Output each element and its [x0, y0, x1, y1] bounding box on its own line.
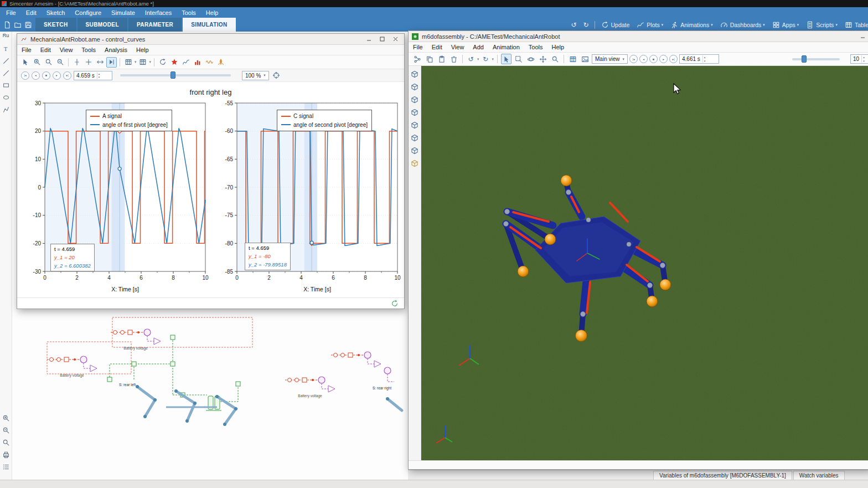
text-tool-icon[interactable]: T [1, 44, 11, 54]
anim-window-titlebar[interactable]: m6dofassembly - C:/AMETest/MechanicalAnt… [409, 31, 868, 42]
view-select[interactable]: Main view▾ [592, 54, 628, 64]
plot-menu-analysis[interactable]: Analysis [100, 47, 132, 53]
anim-menu-help[interactable]: Help [547, 44, 569, 50]
recenter-icon[interactable] [271, 70, 282, 81]
snapshot-icon[interactable] [580, 54, 590, 64]
step-back-button[interactable]: ◂ [32, 71, 40, 80]
plot-zoom-icon[interactable] [43, 57, 54, 68]
assembly-icon[interactable] [410, 146, 420, 156]
anim-zoom-icon[interactable] [550, 54, 560, 64]
cursor-line-icon[interactable] [71, 57, 82, 68]
auto-refresh-icon[interactable] [389, 298, 400, 309]
print-icon[interactable] [1, 450, 11, 460]
anim-redo-icon[interactable]: ↻ [481, 55, 490, 63]
anim-menu-animation[interactable]: Animation [488, 44, 524, 50]
redo-button[interactable]: ↻ [580, 21, 591, 29]
pan-icon[interactable] [538, 54, 548, 64]
plot-menu-help[interactable]: Help [132, 47, 153, 53]
plot-menu-edit[interactable]: Edit [36, 47, 55, 53]
table-button[interactable]: Table [841, 20, 868, 29]
time-slider[interactable] [120, 74, 231, 76]
curve-plot-icon[interactable] [180, 57, 191, 68]
spline-tool-icon[interactable] [1, 68, 11, 78]
chart-canvas[interactable]: front right leg 3020100-10-20-300246810X… [17, 82, 404, 297]
anim-select-icon[interactable] [501, 54, 512, 64]
anim-menu-edit[interactable]: Edit [427, 44, 447, 50]
anim-speed-slider[interactable] [792, 58, 840, 60]
play-button[interactable]: ▸ [53, 71, 61, 80]
plot-menu-file[interactable]: File [17, 47, 36, 53]
tab-sketch[interactable]: SKETCH [35, 18, 76, 32]
plot-zoom-in-icon[interactable] [32, 57, 42, 68]
assembly-icon[interactable] [410, 69, 420, 79]
zoom-out-icon[interactable] [1, 425, 11, 435]
fft-plot-icon[interactable] [204, 57, 214, 68]
plot-menu-tools[interactable]: Tools [77, 47, 100, 53]
animation-viewport[interactable] [421, 66, 868, 460]
plot-window-titlebar[interactable]: MechanicalAntRobot.ame - control_curves [17, 34, 404, 45]
zoom-fit-icon[interactable] [1, 438, 11, 448]
paste-icon[interactable] [436, 54, 447, 64]
menu-file[interactable]: File [1, 7, 21, 18]
menu-simulate[interactable]: Simulate [106, 7, 140, 18]
apps-button[interactable]: Apps▾ [769, 20, 802, 29]
plots-button[interactable]: Plots▾ [633, 20, 666, 29]
dashboards-button[interactable]: Dashboards▾ [717, 20, 768, 29]
rect-tool-icon[interactable] [1, 80, 11, 90]
anim-menu-add[interactable]: Add [468, 44, 488, 50]
tab-simulation[interactable]: SIMULATION [183, 18, 235, 32]
assembly-icon[interactable] [410, 95, 420, 105]
update-button[interactable]: Update [598, 20, 633, 29]
assembly-icon[interactable] [410, 120, 420, 130]
tab-submodel[interactable]: SUBMODEL [78, 18, 127, 32]
plot-zoom-out-icon[interactable] [55, 57, 65, 68]
pan-horizontal-icon[interactable] [95, 57, 105, 68]
menu-sketch[interactable]: Sketch [42, 7, 70, 18]
stop-button[interactable]: ■ [42, 71, 50, 80]
follow-cursor-icon[interactable] [106, 57, 117, 68]
anim-time-spinner[interactable]: 4.661 s▴▾ [679, 54, 719, 64]
anim-play-button[interactable]: ▸ [659, 55, 668, 63]
anim-minimize-button[interactable] [857, 32, 868, 40]
assembly-icon-active[interactable] [410, 158, 420, 168]
anim-rewind-button[interactable]: |◂ [629, 55, 638, 63]
left-chart[interactable]: 3020100-10-20-300246810X: Time [s]A sign… [19, 99, 211, 298]
line-tool-icon[interactable] [1, 56, 11, 66]
speed-spinner[interactable]: 10▴▾ [850, 54, 868, 64]
time-spinner[interactable]: 4.659 s▴▾ [74, 71, 112, 80]
watch-variables-tab[interactable]: Watch variables [793, 471, 845, 480]
copy-icon[interactable] [424, 54, 435, 64]
crosshair-icon[interactable] [83, 57, 94, 68]
menu-tools[interactable]: Tools [177, 7, 201, 18]
bar-plot-icon[interactable] [192, 57, 203, 68]
viewports-icon[interactable] [567, 54, 578, 64]
assembly-icon[interactable] [410, 133, 420, 143]
menu-help[interactable]: Help [201, 7, 224, 18]
minimize-button[interactable] [363, 35, 374, 43]
rewind-button[interactable]: |◂ [21, 71, 29, 80]
maximize-button[interactable] [376, 35, 388, 43]
zoom-select[interactable]: 100 %▾ [242, 71, 269, 80]
polyline-tool-icon[interactable] [1, 105, 11, 115]
list-icon[interactable] [1, 462, 11, 472]
scripts-button[interactable]: Scripts▾ [803, 20, 840, 29]
save-icon[interactable] [24, 20, 33, 29]
rubber-band-zoom-icon[interactable] [513, 54, 524, 64]
left-panel-tab[interactable]: Ru [3, 33, 9, 38]
plot-menu-view[interactable]: View [55, 47, 78, 53]
menu-edit[interactable]: Edit [21, 7, 42, 18]
anim-menu-file[interactable]: File [409, 44, 427, 50]
launch-icon[interactable] [215, 57, 226, 68]
open-icon[interactable] [13, 20, 22, 29]
delete-icon[interactable] [448, 54, 459, 64]
menu-interfaces[interactable]: Interfaces [140, 7, 177, 18]
anim-menu-view[interactable]: View [447, 44, 469, 50]
variables-tab[interactable]: Variables of m6dofassembly [M6DOFASSEMBL… [653, 471, 792, 480]
favorite-icon[interactable] [169, 57, 179, 68]
layout-table-icon[interactable] [138, 57, 148, 68]
right-chart[interactable]: -55-60-65-70-75-80-850246810X: Time [s]C… [211, 99, 404, 298]
anim-stop-button[interactable]: ■ [649, 55, 658, 63]
fast-forward-button[interactable]: ▸| [63, 71, 71, 80]
new-icon[interactable] [3, 20, 12, 29]
select-cursor-icon[interactable] [20, 57, 30, 68]
